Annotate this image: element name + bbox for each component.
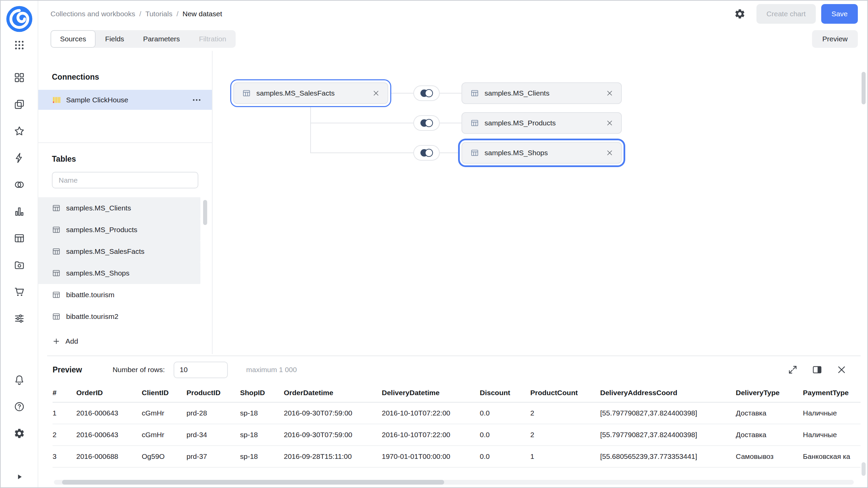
rows-count-input[interactable] bbox=[174, 362, 228, 378]
connections-title: Connections bbox=[52, 73, 212, 82]
cell: 2016-09-28T15:11:00 bbox=[284, 446, 382, 467]
connection-item-sample-clickhouse[interactable]: Sample ClickHouse bbox=[38, 90, 212, 110]
max-rows-hint: maximum 1 000 bbox=[246, 366, 297, 374]
sidebar-nav bbox=[14, 72, 25, 324]
dataset-node-shops[interactable]: samples.MS_Shops bbox=[461, 142, 622, 164]
table-grid-icon[interactable] bbox=[14, 232, 25, 244]
breadcrumb-tutorials[interactable]: Tutorials bbox=[145, 10, 173, 18]
column-header: PaymentType bbox=[803, 383, 861, 402]
dataset-tabs: Sources Fields Parameters Filtration bbox=[51, 30, 236, 48]
join-connector-line bbox=[310, 104, 311, 153]
vertical-scrollbar-thumb[interactable] bbox=[862, 72, 866, 104]
split-view-icon[interactable] bbox=[812, 364, 823, 375]
table-name: samples.MS_Products bbox=[66, 226, 137, 234]
table-list-item[interactable]: bibattle.tourism2 bbox=[38, 306, 200, 327]
table-name: samples.MS_SalesFacts bbox=[66, 247, 144, 256]
cell: 2016-10-10T07:22:00 bbox=[382, 424, 480, 446]
tab-fields[interactable]: Fields bbox=[96, 30, 134, 48]
add-label: Add bbox=[65, 337, 78, 345]
dataset-node-clients[interactable]: samples.MS_Clients bbox=[461, 82, 622, 104]
star-icon[interactable] bbox=[14, 125, 25, 137]
expand-icon[interactable] bbox=[787, 364, 798, 375]
table-icon bbox=[52, 290, 61, 299]
cell: cGmHr bbox=[142, 402, 186, 424]
dashboards-icon[interactable] bbox=[14, 72, 25, 83]
cell: Доставка bbox=[736, 424, 803, 446]
close-icon[interactable] bbox=[836, 364, 847, 375]
vertical-scrollbar[interactable] bbox=[862, 72, 866, 479]
table-search-input[interactable] bbox=[52, 172, 198, 188]
dataset-settings-gear-icon[interactable] bbox=[734, 8, 746, 20]
help-icon[interactable] bbox=[14, 401, 25, 412]
close-icon[interactable] bbox=[606, 149, 614, 157]
node-label: samples.MS_SalesFacts bbox=[256, 89, 335, 97]
tab-parameters[interactable]: Parameters bbox=[134, 30, 190, 48]
inner-join-icon[interactable] bbox=[413, 145, 440, 161]
close-icon[interactable] bbox=[372, 89, 380, 97]
preview-panel: Preview Number of rows: maximum 1 000 # bbox=[47, 355, 861, 487]
cell: Og59O bbox=[142, 446, 186, 467]
preview-toggle-button[interactable]: Preview bbox=[812, 30, 858, 48]
column-header: DeliveryType bbox=[736, 383, 803, 402]
lightning-icon[interactable] bbox=[14, 152, 25, 164]
breadcrumb: Collections and workbooks / Tutorials / … bbox=[51, 10, 222, 18]
column-header: Discount bbox=[480, 383, 530, 402]
tabs-row: Sources Fields Parameters Filtration Pre… bbox=[38, 27, 867, 51]
table-list-item[interactable]: samples.MS_SalesFacts bbox=[38, 241, 200, 262]
table-name: bibattle.tourism2 bbox=[66, 312, 118, 321]
cell: prd-34 bbox=[186, 424, 240, 446]
connection-name: Sample ClickHouse bbox=[66, 96, 128, 104]
inner-join-icon[interactable] bbox=[413, 115, 440, 131]
cell: 0.0 bbox=[480, 446, 530, 467]
cell: sp-18 bbox=[240, 446, 284, 467]
close-icon[interactable] bbox=[606, 119, 614, 127]
add-table-button[interactable]: Add bbox=[52, 337, 78, 346]
apps-grid-icon[interactable] bbox=[14, 39, 25, 51]
cell: Банковская ка bbox=[803, 446, 861, 467]
cell: 2016-000688 bbox=[76, 446, 142, 467]
tab-filtration[interactable]: Filtration bbox=[190, 30, 236, 48]
cart-icon[interactable] bbox=[14, 286, 25, 298]
table-list-item[interactable]: samples.MS_Clients bbox=[38, 197, 200, 219]
sliders-icon[interactable] bbox=[14, 313, 25, 324]
create-chart-button[interactable]: Create chart bbox=[756, 4, 816, 24]
table-icon bbox=[52, 204, 61, 212]
column-header: OrderDatetime bbox=[284, 383, 382, 402]
dataset-node-products[interactable]: samples.MS_Products bbox=[461, 112, 622, 134]
cell: 2 bbox=[530, 402, 600, 424]
cell: 2 bbox=[530, 424, 600, 446]
folder-icon[interactable] bbox=[14, 259, 25, 271]
joins-canvas: samples.MS_SalesFacts samples.MS_Clients… bbox=[213, 51, 867, 354]
table-list-item[interactable]: bibattle.tourism bbox=[38, 284, 200, 306]
cell: Самовывоз bbox=[736, 446, 803, 467]
table-list-item[interactable]: samples.MS_Shops bbox=[38, 262, 200, 284]
table-list-item[interactable]: samples.MS_Products bbox=[38, 219, 200, 241]
inner-join-icon[interactable] bbox=[413, 85, 440, 101]
tab-sources[interactable]: Sources bbox=[51, 30, 96, 48]
play-icon[interactable] bbox=[14, 472, 24, 482]
cell: 1 bbox=[530, 446, 600, 467]
join-connector-line bbox=[440, 123, 461, 123]
horizontal-scrollbar[interactable] bbox=[54, 480, 854, 485]
table-icon bbox=[242, 89, 251, 98]
bar-chart-icon[interactable] bbox=[14, 206, 25, 217]
vertical-scrollbar-thumb[interactable] bbox=[862, 462, 866, 476]
collections-icon[interactable] bbox=[14, 99, 25, 110]
breadcrumb-collections[interactable]: Collections and workbooks bbox=[51, 10, 135, 18]
venn-circles-icon[interactable] bbox=[14, 179, 25, 190]
save-button[interactable]: Save bbox=[821, 4, 858, 24]
gear-icon[interactable] bbox=[14, 428, 25, 439]
datalens-logo[interactable] bbox=[6, 5, 33, 33]
list-scrollbar-thumb[interactable] bbox=[203, 200, 207, 225]
ellipsis-menu-icon[interactable] bbox=[192, 95, 202, 105]
close-icon[interactable] bbox=[606, 89, 614, 97]
bell-icon[interactable] bbox=[14, 374, 25, 386]
cell: 2016-000643 bbox=[76, 424, 142, 446]
cell: [55.680565239,37.773353441] bbox=[600, 446, 736, 467]
plus-icon bbox=[52, 337, 61, 346]
horizontal-scrollbar-thumb[interactable] bbox=[62, 480, 444, 485]
dataset-node-salesfacts[interactable]: samples.MS_SalesFacts bbox=[233, 82, 388, 104]
column-header: ProductCount bbox=[530, 383, 600, 402]
cell: 1970-01-01T00:00:00 bbox=[382, 446, 480, 467]
preview-header: Preview Number of rows: maximum 1 000 bbox=[47, 356, 861, 383]
